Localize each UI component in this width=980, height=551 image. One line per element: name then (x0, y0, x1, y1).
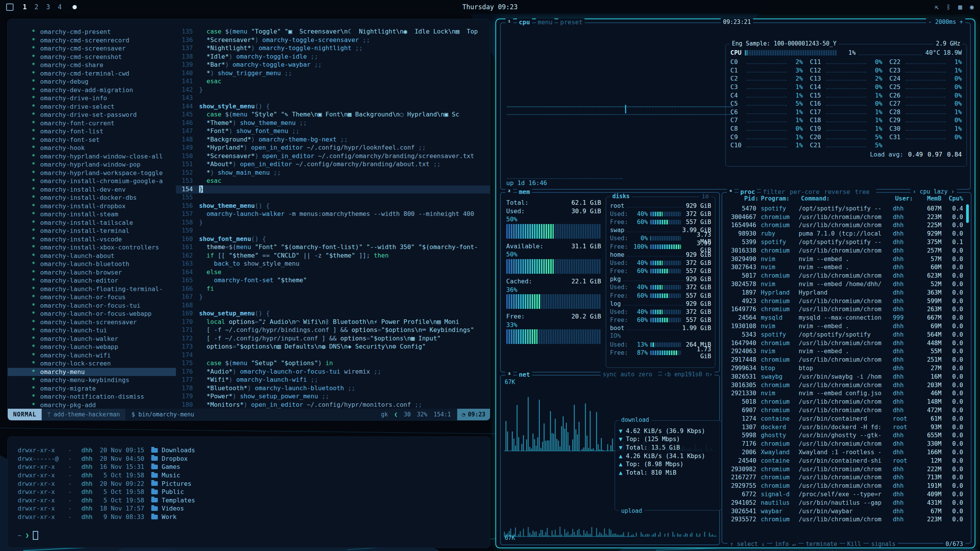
workspace-4[interactable]: 4 (58, 3, 62, 11)
file-item[interactable]: *omarchy-launch-webapp (8, 343, 176, 351)
process-row[interactable]: 5399spotify/opt/spotify/spotify --dhh375… (727, 238, 963, 246)
file-item[interactable]: *omarchy-launch-or-focus-webapp (8, 310, 176, 318)
code-line[interactable]: 158} (176, 219, 490, 227)
code-line[interactable]: 167} (176, 293, 490, 302)
code-line[interactable]: 174 (176, 351, 490, 360)
process-row[interactable]: 3029490nvimnvim --embed .dhh57M0.0 (727, 255, 963, 263)
network-interface[interactable]: ‹b enp191s0 n› (662, 371, 715, 378)
process-row[interactable]: 1897HyprlandHyprlanddhh363M0.0 (727, 288, 963, 297)
code-line[interactable]: 159 (176, 227, 490, 235)
process-row[interactable]: 6772signal-d/proc/self/exe --type=rdhh40… (727, 490, 963, 499)
code-line[interactable]: 162 if [[ "$theme" == "CNCLD" || -z "$th… (176, 252, 490, 260)
process-row[interactable]: 5998ghostty/usr/bin/ghostty --gtk-dhh655… (727, 431, 963, 440)
file-item[interactable]: *omarchy-migrate (8, 384, 176, 393)
code-line[interactable]: 141 esac (176, 78, 490, 86)
col-pid[interactable]: Pid: (727, 195, 759, 202)
proc-option-filter[interactable]: filter (763, 188, 785, 195)
file-item[interactable]: *omarchy-install-dev-env (8, 185, 176, 194)
code-line[interactable]: 152 *) show_main_menu ;; (176, 169, 490, 177)
file-item[interactable]: *omarchy-hook (8, 144, 176, 152)
code-line[interactable]: 171 [ -f ~/.config/hypr/bindings.conf ] … (176, 326, 490, 335)
process-row[interactable]: 3026531swaybg/usr/bin/swaybg -i /homdhh1… (727, 372, 963, 381)
file-item[interactable]: *omarchy-launch-browser (8, 268, 176, 277)
code-line[interactable]: 175 case $(menu "Setup" "$options") in (176, 359, 490, 368)
code-line[interactable]: 153 esac (176, 177, 490, 185)
code-line[interactable]: 172 [ -f ~/.config/hypr/input.conf ] && … (176, 335, 490, 343)
code-line[interactable]: 178 *Bluetooth*) omarchy-launch-bluetoot… (176, 384, 490, 393)
file-item[interactable]: *omarchy-notification-dismiss (8, 393, 176, 401)
network-panel-toggle[interactable]: ³ (505, 371, 513, 379)
process-row[interactable]: 3027643nvimnvim --embed .dhh60M0.0 (727, 263, 963, 272)
footer-action[interactable]: info ↵ (772, 541, 798, 548)
col-program[interactable]: Program: (759, 195, 799, 202)
code-editor[interactable]: 135 case $(menu "Toggle" "▣ Screensaver\… (176, 19, 490, 409)
file-item[interactable]: *omarchy-menu-keybindings (8, 376, 176, 384)
file-item[interactable]: *omarchy-install-xbox-controllers (8, 243, 176, 252)
process-row[interactable]: 2929755chromium/usr/lib/chromium/chromdh… (727, 482, 963, 490)
process-row[interactable]: 5017chromium/usr/lib/chromium/chromdhh62… (727, 271, 963, 280)
code-line[interactable]: 179 *Power*) show_setup_power_menu ;; (176, 393, 490, 401)
code-line[interactable]: 160show_font_menu() { (176, 235, 490, 244)
cpu-panel-toggle[interactable]: ¹ (505, 19, 513, 26)
process-row[interactable]: 2167277chromium/usr/lib/chromium/chromdh… (727, 473, 963, 482)
footer-action[interactable]: terminate (804, 541, 840, 548)
file-item[interactable]: *omarchy-drive-info (8, 94, 176, 103)
file-item[interactable]: *omarchy-install-vscode (8, 235, 176, 244)
process-scrollbar-thumb[interactable] (966, 204, 969, 223)
file-item[interactable]: *omarchy-drive-select (8, 103, 176, 111)
code-line[interactable]: 170 local options="♪ Audio\n◠ Wifi\nᛒ Bl… (176, 318, 490, 327)
file-item[interactable]: *omarchy-launch-bluetooth (8, 260, 176, 268)
file-item[interactable]: *omarchy-hyprland-window-pop (8, 160, 176, 169)
code-line[interactable]: 148 *Background*) omarchy-theme-bg-next … (176, 136, 490, 144)
process-row[interactable]: 3004667chromium/usr/lib/chromium/chromdh… (727, 213, 963, 221)
code-line[interactable]: 144show_style_menu() { (176, 103, 490, 111)
file-item[interactable]: *omarchy-pkg-add (8, 401, 176, 409)
process-row[interactable]: 2999634btopbtopdhh27M0.0 (727, 364, 963, 372)
menu-button[interactable]: menu (536, 19, 555, 26)
proc-option-tree[interactable]: tree (855, 188, 870, 195)
file-item[interactable]: *omarchy-font-set (8, 136, 176, 144)
file-item[interactable]: *omarchy-install-chromium-google-a (8, 177, 176, 185)
file-item[interactable]: *omarchy-dev-add-migration (8, 86, 176, 94)
code-line[interactable]: 154} (176, 185, 490, 194)
file-item[interactable]: *omarchy-launch-or-focus-tui (8, 302, 176, 310)
process-row[interactable]: 1654946chromium/usr/lib/chromium/chromdh… (727, 221, 963, 230)
shell-prompt[interactable]: ~ ❯ (18, 531, 38, 540)
process-row[interactable]: 5343spotify/opt/spotify/spotifydhh564M0.… (727, 330, 963, 339)
file-item[interactable]: *omarchy-hyprland-workspace-toggle (8, 169, 176, 177)
file-item[interactable]: *omarchy-cmd-terminal-cwd (8, 69, 176, 78)
io-tab[interactable]: io (700, 193, 711, 200)
process-row[interactable]: 7176chromium/usr/lib/chromium/chromdhh33… (727, 440, 963, 448)
code-line[interactable]: 138 *Idle*) omarchy-toggle-idle ;; (176, 53, 490, 61)
file-item[interactable]: *omarchy-install-dropbox (8, 202, 176, 211)
process-panel-toggle[interactable]: ⁴ (727, 188, 735, 196)
process-row[interactable]: 98930rubypuma 7.1.0 (tcp://localdhh929M0… (727, 229, 963, 238)
sort-selector[interactable]: ‹ cpu lazy › (911, 188, 957, 195)
code-line[interactable]: 157 omarchy-launch-walker -m menus:omarc… (176, 210, 490, 219)
process-row[interactable]: 1274containe/usr/bin/containerdroot61M0.… (727, 415, 963, 423)
update-interval[interactable]: - 2000ms + (926, 19, 965, 25)
power-icon[interactable]: ◉ (970, 3, 974, 11)
memory-panel-toggle[interactable]: ² (505, 188, 513, 196)
code-line[interactable]: 164 else (176, 268, 490, 277)
file-item[interactable]: *omarchy-launch-walker (8, 335, 176, 343)
disks-tab[interactable]: disks (610, 193, 632, 200)
workspace-1[interactable]: 1 (23, 3, 27, 11)
file-item[interactable]: *omarchy-lock-screen (8, 359, 176, 368)
code-line[interactable]: 177 *Wifi*) omarchy-launch-wifi ;; (176, 376, 490, 384)
code-line[interactable]: 168 (176, 302, 490, 310)
code-line[interactable]: 161 theme=$(menu "Font" "$(omarchy-font-… (176, 243, 490, 252)
process-row[interactable]: 24540containe/usr/bin/containerd-shiroot… (727, 457, 963, 465)
footer-action[interactable]: ↑ select ↓ (728, 541, 767, 548)
code-line[interactable]: 156show_theme_menu() { (176, 202, 490, 211)
process-row[interactable]: 2921330nvimnvim --embed config.jsodhh46M… (727, 389, 963, 398)
workspace-3[interactable]: 3 (46, 3, 50, 11)
code-line[interactable]: 169show_setup_menu() { (176, 310, 490, 318)
process-row[interactable]: 3016305chromium/usr/lib/chromium/chromdh… (727, 381, 963, 389)
file-item[interactable]: *omarchy-launch-editor (8, 276, 176, 285)
code-line[interactable]: 173 options="$options\n▥ Defaults\n◍ DNS… (176, 343, 490, 351)
col-user[interactable]: User: (893, 195, 914, 202)
file-item[interactable]: *omarchy-install-steam (8, 210, 176, 219)
screencast-icon[interactable]: ⇱ (935, 3, 939, 11)
file-item[interactable]: *omarchy-launch-tui (8, 326, 176, 335)
